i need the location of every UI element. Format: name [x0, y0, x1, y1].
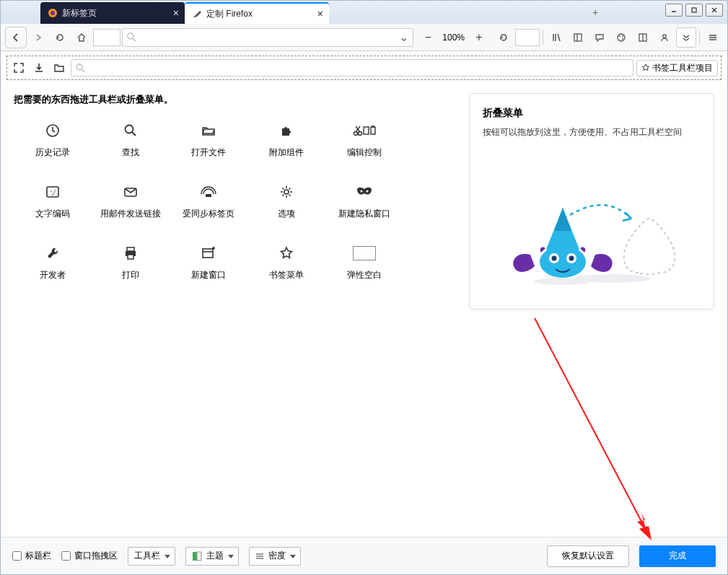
url-bar[interactable]: ⌄: [122, 28, 413, 47]
menu-button[interactable]: [703, 27, 723, 48]
folder-icon[interactable]: [51, 59, 68, 76]
minimize-button[interactable]: [665, 4, 683, 17]
palette-item-flexspace[interactable]: 弹性空白: [325, 242, 403, 281]
dropdown-label: 主题: [206, 550, 224, 562]
mask-icon: [353, 180, 376, 203]
palette-item-openfile[interactable]: 打开文件: [170, 119, 247, 159]
account-icon[interactable]: [654, 27, 675, 48]
clock-icon: [41, 119, 64, 142]
zoom-out-button[interactable]: −: [418, 27, 438, 48]
maximize-button[interactable]: [685, 4, 703, 17]
close-icon[interactable]: ×: [317, 8, 323, 19]
tab-newtab[interactable]: 新标签页 ×: [40, 2, 185, 24]
library-button[interactable]: [546, 27, 566, 48]
palette-item-encoding[interactable]: ゾ 文字编码: [14, 180, 92, 220]
svg-rect-3: [692, 8, 696, 12]
synced-tabs-icon: [197, 180, 220, 203]
palette-item-bookmarks-menu[interactable]: 书签菜单: [247, 242, 325, 281]
svg-point-11: [619, 35, 620, 37]
refresh-icon[interactable]: [494, 27, 514, 48]
palette-item-preferences[interactable]: 选项: [247, 180, 325, 220]
palette-item-private[interactable]: 新建隐私窗口: [325, 180, 403, 220]
reload-button[interactable]: [50, 27, 70, 48]
star-icon: [641, 63, 650, 72]
forward-button[interactable]: [28, 27, 48, 48]
chat-icon[interactable]: [589, 27, 610, 48]
palette-item-synced-tabs[interactable]: 受同步标签页: [170, 180, 247, 220]
dropdown-label: 密度: [268, 550, 286, 562]
svg-point-43: [540, 246, 586, 278]
palette-item-label: 查找: [122, 146, 139, 159]
checkbox-input[interactable]: [61, 551, 71, 561]
zoom-in-button[interactable]: +: [469, 27, 489, 48]
palette-icon[interactable]: [611, 27, 631, 48]
tab-customize[interactable]: 定制 Firefox ×: [185, 2, 329, 24]
overflow-button[interactable]: [676, 27, 696, 48]
svg-point-26: [359, 132, 362, 136]
svg-rect-27: [364, 127, 369, 134]
search-icon: [127, 32, 136, 42]
palette-item-emaillink[interactable]: 用邮件发送链接: [92, 180, 170, 220]
svg-line-54: [535, 318, 646, 531]
download-icon[interactable]: [30, 59, 48, 76]
themes-dropdown[interactable]: 主题: [185, 547, 239, 566]
flex-space-slot[interactable]: [93, 29, 120, 46]
overflow-panel[interactable]: 折叠菜单 按钮可以拖放到这里，方便使用、不占用工具栏空间: [469, 93, 714, 310]
close-icon[interactable]: ×: [173, 7, 179, 19]
palette-item-history[interactable]: 历史记录: [14, 119, 92, 159]
fullscreen-icon[interactable]: [10, 59, 27, 76]
density-icon: [255, 552, 264, 561]
button-label: 恢复默认设置: [562, 550, 614, 561]
palette-item-print[interactable]: 打印: [92, 242, 170, 281]
print-icon: [119, 242, 142, 265]
palette-item-label: 书签菜单: [269, 269, 304, 281]
close-button[interactable]: [706, 4, 723, 17]
restore-defaults-button[interactable]: 恢复默认设置: [547, 545, 629, 567]
chevron-down-icon[interactable]: ⌄: [399, 30, 408, 44]
svg-point-47: [569, 256, 574, 261]
palette-item-label: 新建窗口: [191, 269, 226, 281]
svg-point-1: [51, 11, 55, 15]
firefox-icon: [48, 8, 58, 18]
palette-item-find[interactable]: 查找: [92, 119, 170, 159]
svg-point-10: [618, 34, 625, 41]
titlebar-checkbox[interactable]: 标题栏: [12, 550, 51, 562]
cut-copy-paste-icon: [353, 119, 376, 142]
home-button[interactable]: [71, 27, 92, 48]
window-plus-icon: [197, 242, 220, 265]
mail-icon: [119, 180, 142, 203]
zoom-level[interactable]: 100%: [439, 32, 468, 43]
search-icon: [76, 63, 85, 73]
svg-line-24: [132, 132, 136, 136]
search-field-slot[interactable]: [71, 59, 633, 76]
tab-label: 定制 Firefox: [206, 8, 253, 20]
checkbox-label: 窗口拖拽区: [74, 550, 118, 562]
star-icon: [275, 242, 298, 265]
back-button[interactable]: [5, 27, 27, 48]
palette-item-addons[interactable]: 附加组件: [247, 119, 325, 159]
svg-rect-33: [206, 194, 211, 197]
svg-rect-39: [128, 255, 133, 259]
toolbars-dropdown[interactable]: 工具栏: [128, 547, 175, 566]
overflow-title: 折叠菜单: [483, 107, 701, 120]
reader-icon[interactable]: [633, 27, 653, 48]
palette-item-label: 附加组件: [269, 146, 304, 159]
done-button[interactable]: 完成: [639, 545, 716, 567]
divider: [699, 30, 700, 45]
density-dropdown[interactable]: 密度: [249, 547, 301, 566]
gear-icon: [275, 180, 298, 203]
flex-space-slot[interactable]: [515, 29, 540, 46]
dragarea-checkbox[interactable]: 窗口拖拽区: [61, 550, 118, 562]
palette-item-developer[interactable]: 开发者: [14, 242, 92, 281]
bookmarks-toolbar-item[interactable]: 书签工具栏项目: [636, 60, 718, 76]
palette-item-editctl[interactable]: 编辑控制: [325, 119, 403, 159]
sidebar-button[interactable]: [568, 27, 588, 48]
folder-open-icon: [197, 119, 220, 142]
checkbox-input[interactable]: [12, 551, 22, 561]
svg-point-25: [354, 132, 358, 136]
palette-item-newwindow[interactable]: 新建窗口: [170, 242, 247, 281]
newtab-button[interactable]: +: [592, 6, 598, 18]
encoding-icon: ゾ: [41, 180, 64, 203]
customize-drop-toolbar[interactable]: 书签工具栏项目: [6, 56, 722, 80]
search-icon: [119, 119, 142, 142]
